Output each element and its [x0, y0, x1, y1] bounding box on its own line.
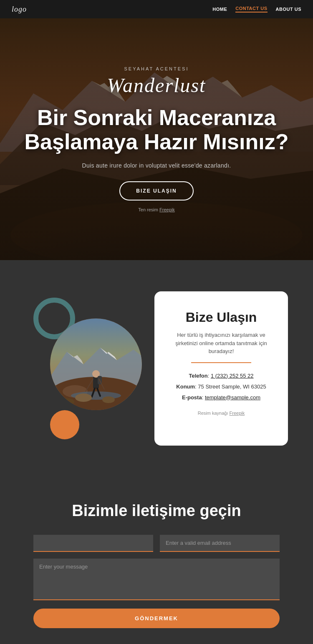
form-row-top — [33, 535, 280, 552]
contact-card-credit: Resim kaynağı Freepik — [171, 411, 271, 416]
address-label: Konum — [176, 383, 195, 390]
svg-point-24 — [75, 393, 92, 402]
hero-credit: Ten resim Freepik — [138, 207, 174, 212]
form-title: Bizimle iletişime geçin — [33, 502, 280, 520]
orange-circle-decoration — [50, 410, 79, 439]
nav-home[interactable]: HOME — [212, 7, 227, 12]
nav-about[interactable]: ABOUT US — [276, 7, 301, 12]
contact-left-decoration — [25, 285, 142, 452]
nav-contact[interactable]: CONTACT US — [235, 6, 267, 13]
contact-card: Bize Ulaşın Her türlü iş ihtiyacınızı ka… — [154, 291, 288, 446]
contact-card-description: Her türlü iş ihtiyacınızı karşılamak ve … — [171, 331, 271, 356]
hero-brand: Wanderlust — [107, 74, 206, 97]
contact-card-divider — [191, 362, 251, 363]
hero-title: Bir Sonraki Maceranıza Başlamaya Hazır M… — [17, 106, 296, 153]
message-textarea[interactable] — [33, 559, 280, 600]
logo: logo — [12, 5, 27, 14]
hero-content: SEYAHAT ACENTESI Wanderlust Bir Sonraki … — [0, 66, 313, 212]
phone-link[interactable]: 1 (232) 252 55 22 — [211, 373, 254, 379]
hero-description: Duis aute irure dolor in voluptat velit … — [82, 162, 231, 169]
hero-cta-button[interactable]: BIZE ULAŞIN — [119, 181, 193, 200]
navbar: logo HOME CONTACT US ABOUT US — [0, 0, 313, 18]
name-input[interactable] — [33, 535, 153, 552]
email-link[interactable]: template@sample.com — [205, 394, 260, 401]
hero-section: SEYAHAT ACENTESI Wanderlust Bir Sonraki … — [0, 18, 313, 260]
form-section: Bizimle iletişime geçin GÖNDERMEK — [0, 477, 313, 644]
contact-info: Telefon: 1 (232) 252 55 22 Konum: 75 Str… — [171, 371, 271, 403]
email-input[interactable] — [160, 535, 280, 552]
email-label: E-posta — [182, 394, 202, 401]
phone-label: Telefon — [189, 373, 207, 379]
contact-card-title: Bize Ulaşın — [171, 310, 271, 325]
hiker-image-circle — [50, 318, 142, 410]
contact-form: GÖNDERMEK — [33, 535, 280, 628]
svg-point-25 — [102, 396, 115, 403]
contact-section: Bize Ulaşın Her türlü iş ihtiyacınızı ka… — [0, 260, 313, 477]
submit-button[interactable]: GÖNDERMEK — [33, 609, 280, 628]
nav-links: HOME CONTACT US ABOUT US — [212, 6, 301, 13]
hero-subtitle: SEYAHAT ACENTESI — [124, 66, 189, 71]
svg-point-26 — [59, 398, 74, 406]
contact-credit-link[interactable]: Freepik — [230, 411, 245, 416]
hero-credit-link[interactable]: Freepik — [159, 207, 175, 212]
address-value: 75 Street Sample, WI 63025 — [198, 383, 266, 390]
